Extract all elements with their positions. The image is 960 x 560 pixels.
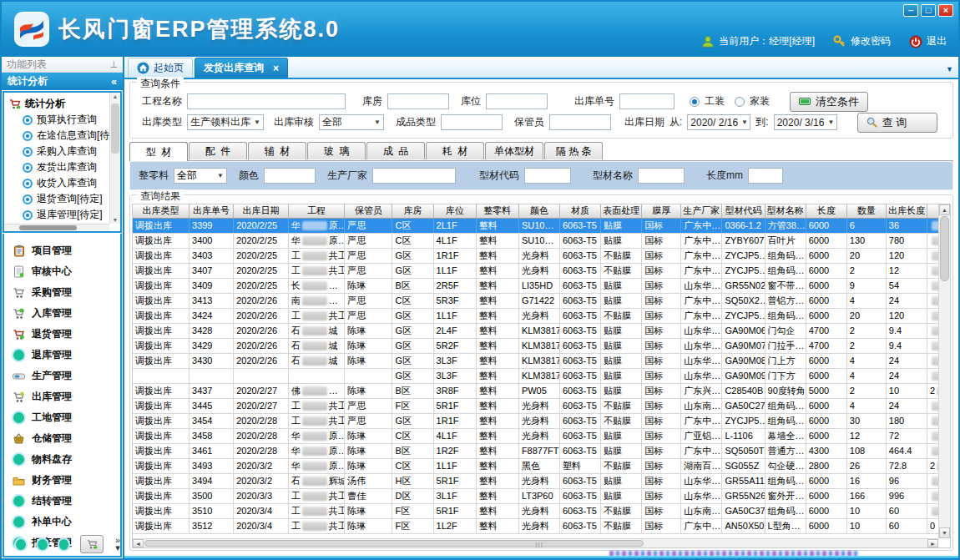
radio-home[interactable] xyxy=(735,97,745,107)
column-header[interactable]: 出库长度 xyxy=(886,204,927,218)
tree-hscroll-thumb[interactable] xyxy=(19,225,77,230)
column-header[interactable]: 保管员 xyxy=(345,204,392,218)
sidebar-item-入库管理[interactable]: 入库管理 xyxy=(13,303,120,324)
clear-conditions-button[interactable]: 清空条件 xyxy=(790,92,868,112)
collapsed-item-icon[interactable] xyxy=(59,539,69,550)
table-row[interactable]: 调拨出库34942020/3/2石辉城汤伟H区5R1F整料光身料6063-T5贴… xyxy=(133,473,938,488)
table-horizontal-scrollbar[interactable]: ◄ ||| ► xyxy=(133,538,938,547)
collapsed-cart-button[interactable] xyxy=(80,535,103,553)
material-tab[interactable]: 隔 热 条 xyxy=(544,142,603,159)
sidebar-item-结转管理[interactable]: 结转管理 xyxy=(13,491,120,512)
tree-vertical-scrollbar[interactable]: ▲ ▼ xyxy=(109,93,120,224)
column-header[interactable]: 表面处理 xyxy=(601,204,642,218)
profile-code-input[interactable] xyxy=(524,168,571,184)
material-tab[interactable]: 配 件 xyxy=(189,142,247,159)
table-row[interactable]: 调拨出库34302020/2/26石城陈琳G区3L3F整料KLM38176063… xyxy=(133,353,938,368)
tab-overflow-icon[interactable]: ▼ xyxy=(946,65,953,73)
sidebar-item-采购管理[interactable]: 采购管理 xyxy=(13,282,120,303)
pin-icon[interactable]: ⊥ xyxy=(109,59,118,70)
table-row[interactable]: 调拨出库34282020/2/26石城陈琳G区2L4F整料KLM38176063… xyxy=(133,323,938,338)
material-tab[interactable]: 单体型材 xyxy=(485,142,543,159)
table-row[interactable]: 调拨出库34092020/2/25长…陈琳B区2R5F整料LI35HD6063-… xyxy=(133,278,938,293)
column-header[interactable]: 生产厂家 xyxy=(681,204,722,218)
sidebar-item-退货管理[interactable]: 退货管理 xyxy=(13,324,120,345)
radio-work-label[interactable]: 工装 xyxy=(705,94,725,108)
table-row[interactable]: 调拨出库34242020/2/26工共工程严思G区1L1F整料光身料6063-T… xyxy=(133,308,938,323)
keeper-input[interactable] xyxy=(549,114,611,130)
column-header[interactable]: 数量 xyxy=(846,204,886,218)
table-row[interactable]: 调拨出库35102020/3/4工共工程陈琳F区5R1F整料光身料6063-T5… xyxy=(133,503,938,518)
collapse-icon[interactable]: « xyxy=(111,76,117,88)
scroll-up-icon[interactable]: ▲ xyxy=(110,93,120,100)
table-row[interactable]: 调拨出库34132020/2/26南…严思C区5R3F整料G714226063-… xyxy=(133,293,938,308)
scroll-up-icon[interactable]: ▲ xyxy=(939,204,950,215)
date-to-picker[interactable]: 2020/ 3/16▼ xyxy=(774,114,837,130)
scroll-right-icon[interactable]: ► xyxy=(927,539,938,547)
table-row[interactable]: 调拨出库35002020/3/3工共工程曹佳D区3L1F整料LT3P606063… xyxy=(133,488,938,503)
scroll-down-icon[interactable]: ▼ xyxy=(110,216,120,224)
column-header[interactable]: 出库单号 xyxy=(189,204,234,218)
whole-part-select[interactable]: 全部▼ xyxy=(174,168,227,184)
column-header[interactable]: 型材代码 xyxy=(722,204,765,218)
table-row[interactable]: 调拨出库34372020/2/27佛…陈琳B区3R8F整料PW056063-T5… xyxy=(133,383,938,398)
more-menus-button[interactable]: »▾ xyxy=(115,537,120,552)
table-row[interactable]: G区3L3F整料KLM38176063-T5贴膜国标山东华…GA90M09.门下… xyxy=(133,368,938,383)
sidebar-item-退库管理[interactable]: 退库管理 xyxy=(13,345,120,366)
hscroll-thumb[interactable] xyxy=(144,540,644,547)
table-row[interactable]: 调拨出库34582020/2/28华原…陈琳C区4L1F整料光身料6063-T5… xyxy=(133,428,938,443)
product-type-input[interactable] xyxy=(441,114,503,130)
sidebar-item-补单中心[interactable]: 补单中心 xyxy=(13,512,120,532)
column-header[interactable]: 出库类型 xyxy=(133,204,189,218)
scroll-left-icon[interactable]: ◄ xyxy=(133,539,144,547)
logout[interactable]: 退出 xyxy=(909,34,947,48)
table-row[interactable]: 调拨出库34032020/2/25工共工程严思G区1R1F整料光身料6063-T… xyxy=(133,248,938,263)
tree-item[interactable]: 预算执行查询 xyxy=(9,112,119,128)
order-no-input[interactable] xyxy=(619,93,675,109)
tree-horizontal-scrollbar[interactable] xyxy=(4,224,109,231)
tree-item[interactable]: 发货出库查询 xyxy=(9,159,119,175)
table-row[interactable]: 调拨出库34612020/2/28华原…陈琳B区1R2F整料F8877FT606… xyxy=(133,443,938,458)
sidebar-item-物料盘存[interactable]: 物料盘存 xyxy=(13,449,120,470)
date-from-picker[interactable]: 2020/ 2/16▼ xyxy=(687,114,750,130)
manufacturer-input[interactable] xyxy=(372,168,456,184)
change-password[interactable]: 修改密码 xyxy=(833,34,891,48)
column-header[interactable]: 整零料 xyxy=(476,204,518,218)
table-row[interactable]: 调拨出库35122020/3/4工共工程陈琳F区1L2F整料光身料6063-T5… xyxy=(133,518,938,533)
table-row[interactable]: 调拨出库34072020/2/25工共工程严思G区1L1F整料光身料6063-T… xyxy=(133,263,938,278)
close-button[interactable]: × xyxy=(938,4,953,17)
tree-item[interactable]: 退货查询[待定] xyxy=(9,191,119,207)
vscroll-thumb[interactable] xyxy=(940,216,949,281)
column-header[interactable]: 单价 xyxy=(927,204,938,218)
maximize-button[interactable]: □ xyxy=(921,4,936,17)
length-input[interactable] xyxy=(748,168,783,184)
material-tab[interactable]: 耗 材 xyxy=(426,142,484,159)
column-header[interactable]: 工程 xyxy=(288,204,345,218)
material-tab[interactable]: 型 材 xyxy=(129,142,188,161)
tab-close-icon[interactable]: × xyxy=(273,63,279,74)
minimize-button[interactable]: – xyxy=(903,4,918,17)
collapsed-item-icon[interactable] xyxy=(38,539,48,550)
location-input[interactable] xyxy=(486,93,548,109)
sidebar-item-生产管理[interactable]: 生产管理 xyxy=(13,366,120,386)
out-type-select[interactable]: 生产领料出库▼ xyxy=(187,114,264,130)
warehouse-input[interactable] xyxy=(387,93,449,109)
audit-select[interactable]: 全部▼ xyxy=(319,114,384,130)
sidebar-item-项目管理[interactable]: 项目管理 xyxy=(13,240,120,261)
material-tab[interactable]: 辅 材 xyxy=(248,142,306,159)
column-header[interactable]: 库位 xyxy=(433,204,476,218)
sidebar-item-出库管理[interactable]: 出库管理 xyxy=(13,386,120,407)
material-tab[interactable]: 玻 璃 xyxy=(307,142,366,159)
tree-scroll-thumb[interactable] xyxy=(111,103,119,154)
color-input[interactable] xyxy=(264,168,316,184)
profile-name-input[interactable] xyxy=(638,168,685,184)
collapsed-item-icon[interactable] xyxy=(16,539,26,550)
radio-home-label[interactable]: 家装 xyxy=(750,94,770,108)
column-header[interactable]: 颜色 xyxy=(518,204,559,218)
table-row[interactable]: 调拨出库34452020/2/27工共工程严思F区5R1F整料光身料6063-T… xyxy=(133,398,938,413)
sidebar-item-审核中心[interactable]: 审核中心 xyxy=(13,261,120,282)
tree-root[interactable]: 统计分析 xyxy=(9,96,119,112)
tree-item[interactable]: 收货入库查询 xyxy=(9,175,119,191)
project-name-input[interactable] xyxy=(187,93,346,109)
tree-item[interactable]: 在途信息查询[待 xyxy=(9,128,119,144)
sidebar-item-财务管理[interactable]: 财务管理 xyxy=(13,470,120,491)
